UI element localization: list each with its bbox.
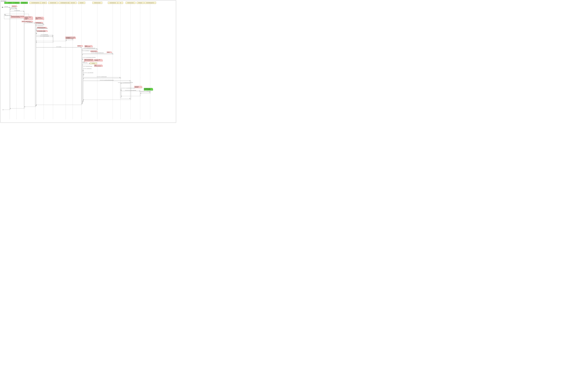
msg-label: 1.2.1: startActivity() (25, 22, 35, 23)
note-finalstep: 这个函数开始进入新的Process.start()创建进程 (144, 88, 153, 90)
msg-label: 1.2.1.2.1: assertPackageMatchesCallingUi… (36, 28, 47, 29)
msg-1-2: 1.2: execStartActivity() (10, 10, 24, 11)
participant-asc: ActivityStartController (48, 2, 58, 4)
msg-label: 1.2.1.2.3.1.1: handleIncomingUser() (66, 38, 73, 38)
participant-rootwindow: RootWindowContainer (92, 2, 102, 4)
msg-label: 1.2.1.2.4.2.4.1: startActivityInner() (83, 68, 94, 69)
msg-1-2-1-2-3-1: 1.2.1.2.3.1: handleIncomingUser() (36, 36, 53, 36)
ret (121, 95, 140, 96)
sd-title: sd startActivity (2, 1, 6, 1)
ret (36, 42, 53, 42)
activation (43, 24, 44, 25)
activation (24, 11, 25, 108)
participant-atsup: ActivityTaskSupervisor (108, 2, 118, 4)
msg-label: 1.2.1.2.4.1: getTopDisplayFocusedRootTas… (82, 48, 97, 49)
ret (10, 108, 24, 108)
lifeline (16, 4, 17, 119)
msg-label: 1.1: getInstrumentation() (10, 7, 16, 8)
msg-label: 1.2.1.2.4.2.4.1.3: resumeFocusedTasksTop… (83, 80, 130, 80)
ret (83, 100, 84, 100)
lifeline (113, 4, 113, 119)
participant-rootwindow2: RootWindowContainer (126, 2, 135, 4)
msg-1-2-1-2-2: 1.2.1.2.2: enforceNotIsolatedCaller() (36, 31, 47, 32)
lifeline (140, 4, 140, 119)
participant-taskfragment: TaskFragment (137, 2, 144, 4)
msg-label: 1.2.1.2.4.2.1: checkStartAnyActivityPerm… (82, 52, 113, 53)
activation (53, 35, 53, 42)
note-activityrecord: 对应一条记录，创建了ActivityRecord (94, 59, 103, 61)
msg-label: 1.2.1.2.4.2.3: new() (82, 62, 90, 63)
activation (120, 77, 121, 78)
msg-label: 1.2.1.2.4.2.4.1.3.1.1.1: resumeTopActivi… (121, 90, 140, 91)
participant-userhandle: UserHandle (40, 2, 47, 4)
activityrecord-object: ActivityRecord (90, 62, 97, 64)
activation (97, 49, 98, 50)
activation (113, 53, 113, 55)
msg-label: 1.2.1.2.4.2.2: shouldAbortBackgroundActi… (82, 57, 98, 58)
participant-instrumentation: Instrumentation (21, 2, 28, 4)
msg-label: 1.2.1.2: startActivityAsUser() (36, 25, 43, 26)
msg-label: <<create>> (82, 61, 90, 62)
lifeline (73, 4, 73, 119)
msg-label: 1.2.1.2.3.1: handleIncomingUser() (36, 36, 53, 36)
msg-label: 1.2.1.2.4: execute() (36, 46, 81, 47)
note-params2: caller = whoThread callingPackage 调用者的名 … (35, 17, 44, 20)
msg-label: 1.2.1.2.4.2.4.1.3.1: resumeTopActivityUn… (114, 82, 137, 83)
ret (141, 93, 150, 93)
ret (82, 59, 83, 59)
msg-label: 1.2.1.2.4.2.4: startActivityUnchecked() (82, 66, 94, 67)
msg-1-2-1-2-4: 1.2.1.2.4: execute() (36, 47, 81, 47)
participant-atms: ActivityTaskManagerService (30, 2, 41, 4)
note-abortcheck: 判断是否可以启动Activity（比如没有home时先启动home等启动） (84, 59, 94, 62)
participant-atms2: ActivityTaskManagerService (144, 2, 156, 4)
ret (36, 40, 65, 40)
activation (36, 27, 36, 105)
note-monitors: ActivityMonitors 监控Activity信息。Client端可以通… (11, 16, 25, 18)
note-params1: 1. whoThread = 调用者的mainThread 2. 调用者的包名 … (24, 16, 33, 20)
msg-label: 1.2.1.2.3: checkTargetUser() (36, 34, 53, 35)
note-gettop: 获取当前DisplayFocusedTask (85, 45, 93, 47)
note-mainthread: mMainThread (12, 5, 17, 7)
msg-label: 1.2: execStartActivity() (10, 10, 24, 11)
note-laststart: 记录到mLastStartActivityRecord (94, 65, 103, 67)
participant-activitystarter: ActivityStarter (78, 2, 85, 4)
alt-frame-label: alt (4, 14, 6, 15)
sequence-diagram: sd sd startActivity ContextImpl Activity… (0, 0, 176, 123)
sd-frame-label: sd sd startActivity (0, 0, 6, 2)
participant-activitythread: ActivityThread (13, 2, 20, 4)
msg-label: 1: startActivity() (3, 6, 10, 7)
activation (16, 8, 17, 10)
msg-resumetopactivity: 1.2.1.2.4.2.4.1.3.1.1.1: resumeTopActivi… (121, 90, 140, 90)
msg-label: 1.2.1.2.4.2: executeRequest() (82, 50, 90, 51)
note-usercheck: 用户级限检查调的是否可以启动系统级用户程需要关 (65, 37, 76, 39)
msg-label: 1.2.1.1: getCallingUserId() (36, 23, 43, 24)
activation (150, 92, 151, 93)
msg-label: 1.2.1.2.4.2.4.1.3.1.1: resumeTopActivity… (121, 88, 136, 88)
msg-label: 1.2.1.2.4.2.4.1.2: startActivityLocked() (83, 76, 120, 77)
ret (83, 74, 84, 74)
ret (82, 101, 83, 101)
note-permcheck: 各种判断启动还是返回 (90, 50, 98, 52)
participant-usercontroller: UserController (69, 2, 77, 4)
msg-label: 1.2.1.2.2: enforceNotIsolatedCaller() (36, 31, 47, 32)
ret (25, 106, 35, 106)
activation (10, 7, 10, 110)
msg-startprocessasync: 1.2.1.2.4.2.4.1.3.1.1.1.1: startProcessA… (141, 91, 150, 91)
ret (36, 105, 37, 105)
participant-task: Task (118, 2, 123, 4)
activation (73, 39, 73, 40)
msg-1-2-1-2-4-2-4: 1.2.1.2.4.2.4: startActivityUnchecked() (82, 66, 94, 66)
msg-label: 1.2.1.2.4.2.4.1.3.1.1.1.1: startProcessA… (141, 91, 150, 92)
msg-label: 1.2.1.2.4.2.4.1.1: getLaunchRootTask() (83, 73, 96, 73)
